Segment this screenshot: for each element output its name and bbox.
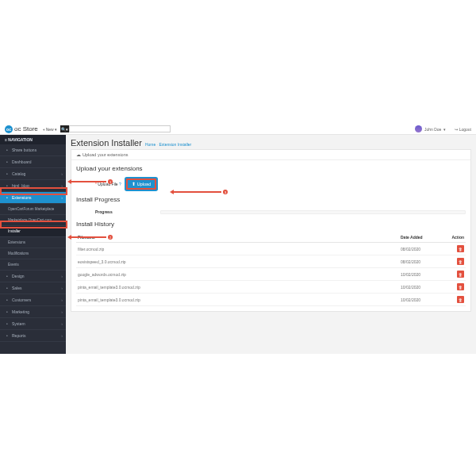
sidebar-item-label: Extensions: [8, 240, 25, 244]
panel-heading: ☁ Upload your extensions: [71, 150, 470, 160]
progress-section-title: Install Progress: [76, 196, 466, 203]
search-button[interactable]: 🔍 ▾: [60, 125, 69, 132]
upload-button[interactable]: ⬆ Upload: [126, 178, 156, 190]
sidebar-item-label: Customers: [12, 298, 31, 302]
sidebar-item[interactable]: •Reports›: [0, 330, 66, 342]
cell-filename: pinta_email_template3.0.ocmod.zip: [76, 294, 399, 306]
table-row: pinta_email_template3.0.ocmod.zip10/02/2…: [76, 281, 466, 294]
sidebar-item[interactable]: •System›: [0, 318, 66, 330]
trash-icon: 🗑: [459, 247, 463, 251]
sidebar-item-label: Marketing: [12, 309, 29, 314]
sidebar-item-label: Reports: [12, 333, 26, 338]
sidebar-item-label: Extensions: [12, 195, 31, 200]
sidebar-item-label: Modifications: [8, 251, 29, 255]
sidebar-item[interactable]: •Catalog›: [0, 168, 66, 180]
cell-date: 08/02/2020: [399, 255, 443, 268]
breadcrumb-home[interactable]: Home: [145, 142, 155, 147]
avatar[interactable]: [415, 125, 422, 132]
cell-filename: filter.ocmod.zip: [76, 243, 399, 255]
trash-icon: 🗑: [459, 285, 463, 290]
cell-filename: pinta_email_template3.0.ocmod.zip: [76, 281, 399, 294]
search-input[interactable]: [69, 125, 171, 132]
nav-icon: •: [5, 159, 10, 164]
cell-filename: eosistspeed_3.0.ocmod.zip: [76, 255, 399, 268]
nav-icon: •: [5, 321, 10, 326]
sidebar-item-label: Events: [8, 263, 19, 267]
annotation-arrow-1: 1: [67, 179, 113, 184]
table-row: google_adwords.ocmod.zip10/02/2020🗑: [76, 268, 466, 281]
delete-button[interactable]: 🗑: [457, 258, 464, 265]
sidebar-item-label: Share buttons: [12, 148, 36, 152]
progress-label: Progress: [76, 208, 113, 216]
annotation-box-installer: [0, 221, 67, 228]
sidebar-item[interactable]: Extensions: [0, 237, 66, 248]
sidebar-item-label: Catalog: [12, 171, 25, 176]
chevron-right-icon: ›: [61, 286, 63, 290]
chevron-right-icon: ›: [61, 309, 63, 314]
sidebar-item[interactable]: •Share buttons: [0, 144, 66, 156]
cell-date: 10/02/2020: [399, 294, 443, 306]
sidebar-item[interactable]: •Sales›: [0, 282, 66, 294]
sidebar-item-label: OpenCartForum Marketplace: [8, 207, 54, 211]
panel-upload: ☁ Upload your extensions Upload your ext…: [71, 149, 471, 312]
caret-down-icon: ▾: [55, 127, 57, 132]
sidebar-item[interactable]: •Customers›: [0, 294, 66, 306]
main-content: Extension Installer Home · Extension Ins…: [66, 135, 476, 354]
table-row: eosistspeed_3.0.ocmod.zip08/02/2020🗑: [76, 255, 466, 268]
sidebar-item-label: System: [12, 321, 25, 326]
delete-button[interactable]: 🗑: [457, 271, 464, 278]
brand[interactable]: oc oc Store: [5, 125, 38, 133]
help-icon[interactable]: ?: [119, 182, 121, 186]
brand-text: oc Store: [14, 125, 38, 132]
trash-icon: 🗑: [459, 298, 463, 302]
chevron-right-icon: ›: [61, 321, 63, 326]
nav-icon: •: [5, 148, 10, 152]
chevron-right-icon: ›: [61, 274, 63, 278]
col-filename[interactable]: Filename: [76, 232, 399, 243]
chevron-right-icon: ›: [61, 171, 63, 176]
logout-link[interactable]: ↪ Logout: [455, 127, 471, 132]
sidebar-heading: ≡ NAVIGATION: [0, 135, 66, 144]
annotation-arrow-2: 2: [67, 235, 113, 240]
sidebar-item[interactable]: •Design›: [0, 271, 66, 282]
delete-button[interactable]: 🗑: [457, 245, 464, 252]
progress-bar: [160, 210, 466, 214]
table-row: filter.ocmod.zip08/02/2020🗑: [76, 243, 466, 255]
delete-button[interactable]: 🗑: [457, 283, 464, 290]
sidebar-item-label: Sales: [12, 286, 22, 290]
sidebar-item-label: Design: [12, 274, 25, 278]
annotation-arrow-3: 3: [170, 190, 228, 194]
nav-icon: •: [5, 298, 10, 302]
cell-date: 10/02/2020: [399, 268, 443, 281]
cell-date: 08/02/2020: [399, 243, 443, 255]
nav-icon: •: [5, 274, 10, 278]
nav-icon: •: [5, 309, 10, 314]
sidebar-item-label: Installer: [8, 229, 21, 233]
caret-down-icon[interactable]: ▾: [443, 127, 446, 132]
page-title: Extension Installer Home · Extension Ins…: [71, 138, 471, 148]
sidebar-item[interactable]: •Marketing›: [0, 306, 66, 318]
chevron-right-icon: ›: [61, 298, 63, 302]
cloud-upload-icon: ☁: [76, 152, 81, 157]
sidebar-item[interactable]: Modifications: [0, 248, 66, 259]
sidebar-item-label: Dashboard: [12, 159, 31, 164]
caret-down-icon: ▾: [66, 127, 68, 132]
plus-icon: +: [43, 127, 45, 132]
sidebar-item[interactable]: OpenCartForum Marketplace: [0, 204, 66, 215]
sidebar-item[interactable]: Events: [0, 259, 66, 271]
topbar: oc oc Store + New ▾ 🔍 ▾ John Doe ▾ ↪ Log…: [0, 124, 476, 135]
new-button[interactable]: + New ▾: [43, 127, 57, 132]
sidebar: ≡ NAVIGATION •Share buttons•Dashboard•Ca…: [0, 135, 66, 354]
cell-date: 10/02/2020: [399, 281, 443, 294]
chevron-right-icon: ›: [61, 333, 63, 338]
trash-icon: 🗑: [459, 272, 463, 277]
col-date[interactable]: Date Added: [399, 232, 443, 243]
history-section-title: Install History: [76, 221, 466, 228]
breadcrumb-current[interactable]: Extension Installer: [159, 142, 191, 147]
sidebar-item[interactable]: •Dashboard: [0, 156, 66, 168]
nav-icon: •: [5, 171, 10, 176]
upload-icon: ⬆: [132, 182, 136, 186]
col-action: Action: [443, 232, 466, 243]
user-name[interactable]: John Doe: [424, 127, 441, 132]
delete-button[interactable]: 🗑: [457, 296, 464, 303]
